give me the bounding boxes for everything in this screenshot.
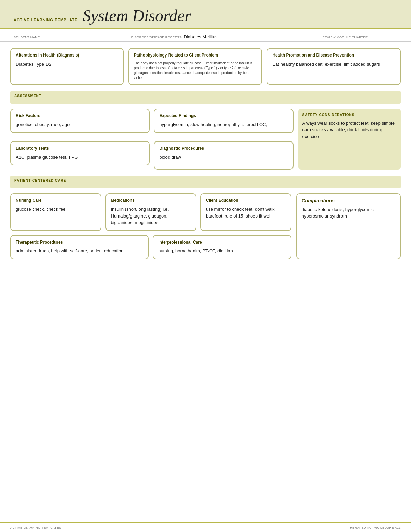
medications-box: Medications Insulin (short/long lasting)… bbox=[105, 193, 197, 231]
footer-right: THERAPEUTIC PROCEDURE A11 bbox=[348, 526, 401, 529]
laboratory-tests-box: Laboratory Tests A1C, plasma glucose tes… bbox=[10, 141, 150, 165]
interprofessional-care-content: nursing, home health, PT/OT, dietitian bbox=[158, 248, 286, 255]
pathophysiology-content: The body does not properly regulate gluc… bbox=[134, 61, 257, 80]
main-content: Alterations in Health (Diagnosis) Diabet… bbox=[0, 42, 411, 265]
alterations-header: Alterations in Health (Diagnosis) bbox=[16, 53, 118, 58]
page-title: System Disorder bbox=[83, 6, 191, 25]
alterations-content: Diabetes Type 1/2 bbox=[16, 61, 118, 68]
safety-panel: SAFETY CONSIDERATIONS Always wear socks … bbox=[298, 109, 401, 170]
risk-factors-box: Risk Factors genetics, obesity, race, ag… bbox=[10, 109, 150, 133]
therapeutic-procedures-header: Therapeutic Procedures bbox=[16, 240, 143, 245]
disorder-value: Diabetes Mellitus bbox=[184, 34, 252, 40]
interprofessional-care-box: Interprofessional Care nursing, home hea… bbox=[153, 235, 291, 259]
disorder-label: DISORDER/DISEASE PROCESS bbox=[131, 36, 182, 39]
health-promotion-box: Health Promotion and Disease Prevention … bbox=[267, 48, 401, 85]
interprofessional-care-header: Interprofessional Care bbox=[158, 240, 286, 245]
pcc-label: PATIENT-CENTERED CARE bbox=[14, 178, 397, 182]
pcc-grid-row2: Therapeutic Procedures administer drugs,… bbox=[10, 235, 291, 259]
assessment-left: Risk Factors genetics, obesity, race, ag… bbox=[10, 109, 294, 170]
complications-header: Complications bbox=[302, 198, 396, 203]
disorder-field: DISORDER/DISEASE PROCESS Diabetes Mellit… bbox=[131, 34, 252, 40]
medications-content: Insulin (short/long lasting) i.e. Humalo… bbox=[111, 206, 191, 226]
expected-findings-box: Expected Findings hyperglycemia, slow he… bbox=[154, 109, 293, 133]
review-module-field: REVIEW MODULE CHAPTER bbox=[322, 34, 397, 40]
therapeutic-procedures-box: Therapeutic Procedures administer drugs,… bbox=[10, 235, 149, 259]
student-name-value bbox=[42, 34, 117, 40]
pcc-section: Nursing Care glucose check, check fee Me… bbox=[10, 193, 401, 259]
page-footer: ACTIVE LEARNING TEMPLATES THERAPEUTIC PR… bbox=[0, 522, 411, 532]
medications-header: Medications bbox=[111, 198, 191, 203]
therapeutic-procedures-content: administer drugs, help with self-care, p… bbox=[16, 248, 143, 255]
risk-factors-header: Risk Factors bbox=[16, 113, 144, 119]
diagnostic-procedures-box: Diagnostic Procedures blood draw bbox=[154, 141, 293, 170]
complications-panel: Complications diabetic ketoacidosis, hyp… bbox=[296, 193, 401, 259]
safety-content: Always wear socks to protect feet, keep … bbox=[302, 120, 397, 140]
student-name-field: STUDENT NAME bbox=[14, 34, 117, 40]
footer-left: ACTIVE LEARNING TEMPLATES bbox=[10, 526, 61, 529]
pcc-grid-row1: Nursing Care glucose check, check fee Me… bbox=[10, 193, 291, 231]
pathophysiology-header: Pathophysiology Related to Client Proble… bbox=[134, 53, 257, 58]
safety-header: SAFETY CONSIDERATIONS bbox=[302, 113, 397, 117]
nursing-care-header: Nursing Care bbox=[16, 198, 96, 203]
assessment-section: Risk Factors genetics, obesity, race, ag… bbox=[10, 109, 401, 170]
template-label: ACTIVE LEARNING TEMPLATE: bbox=[14, 18, 79, 22]
diagnostic-procedures-content: blood draw bbox=[159, 154, 288, 161]
diagnostic-procedures-header: Diagnostic Procedures bbox=[159, 146, 288, 151]
pcc-section-bg: PATIENT-CENTERED CARE bbox=[10, 176, 401, 188]
review-label: REVIEW MODULE CHAPTER bbox=[322, 36, 368, 39]
student-name-label: STUDENT NAME bbox=[14, 36, 40, 39]
expected-findings-content: hyperglycemia, slow healing, neuropathy,… bbox=[159, 121, 288, 128]
client-education-header: Client Education bbox=[206, 198, 286, 203]
nursing-care-box: Nursing Care glucose check, check fee bbox=[10, 193, 101, 231]
top-boxes: Alterations in Health (Diagnosis) Diabet… bbox=[10, 48, 401, 85]
health-promotion-content: Eat healthy balanced diet, exercise, lim… bbox=[272, 61, 395, 68]
alterations-box: Alterations in Health (Diagnosis) Diabet… bbox=[10, 48, 124, 85]
expected-findings-header: Expected Findings bbox=[159, 113, 288, 119]
health-promotion-header: Health Promotion and Disease Prevention bbox=[272, 53, 395, 58]
client-education-content: use mirror to check feet, don't walk bar… bbox=[206, 206, 286, 219]
risk-factors-content: genetics, obesity, race, age bbox=[16, 121, 144, 128]
laboratory-tests-content: A1C, plasma glucose test, FPG bbox=[16, 154, 144, 161]
complications-content: diabetic ketoacidosis, hyperglycemic hyp… bbox=[302, 206, 396, 220]
pathophysiology-box: Pathophysiology Related to Client Proble… bbox=[128, 48, 262, 85]
pcc-left: Nursing Care glucose check, check fee Me… bbox=[10, 193, 291, 259]
review-value bbox=[370, 34, 397, 40]
meta-row: STUDENT NAME DISORDER/DISEASE PROCESS Di… bbox=[0, 29, 411, 42]
assessment-section-bg: ASSESSMENT bbox=[10, 91, 401, 104]
laboratory-tests-header: Laboratory Tests bbox=[16, 146, 144, 151]
client-education-box: Client Education use mirror to check fee… bbox=[200, 193, 291, 231]
assessment-grid: Risk Factors genetics, obesity, race, ag… bbox=[10, 109, 294, 170]
page-header: ACTIVE LEARNING TEMPLATE: System Disorde… bbox=[0, 0, 411, 29]
assessment-label: ASSESSMENT bbox=[14, 94, 397, 98]
nursing-care-content: glucose check, check fee bbox=[16, 206, 96, 213]
